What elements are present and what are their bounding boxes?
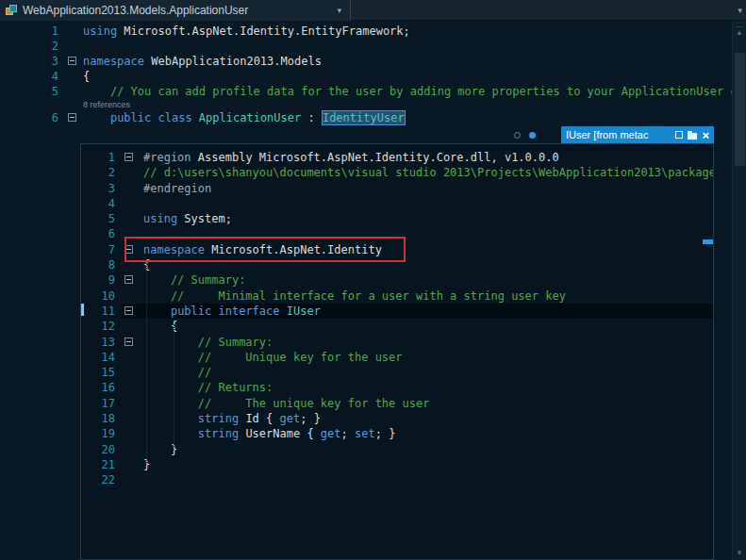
line-number: 5 <box>0 84 64 99</box>
code-text: // Unique key for the user <box>143 350 403 365</box>
code-line[interactable]: 15 // <box>81 365 713 380</box>
code-line[interactable]: 19 string UserName { get; set; } <box>81 426 713 441</box>
code-text: // The unique key for the user <box>143 396 429 411</box>
code-text: // Returns: <box>143 380 273 395</box>
peek-tab[interactable]: IUser [from metac × <box>561 126 714 143</box>
line-number: 22 <box>81 472 121 487</box>
fold-toggle-icon[interactable] <box>124 153 133 161</box>
annotation-red-box <box>124 237 406 262</box>
code-line[interactable]: 6 public class ApplicationUser : Identit… <box>0 110 732 125</box>
line-number: 1 <box>81 150 121 165</box>
close-icon[interactable]: × <box>702 129 709 141</box>
code-line[interactable]: 2// d:\users\shanyou\documents\visual st… <box>81 165 713 180</box>
codelens-references[interactable]: 8 references <box>83 99 130 110</box>
code-line[interactable]: 1#region Assembly Microsoft.AspNet.Ident… <box>81 150 713 165</box>
code-line[interactable]: 21} <box>81 457 713 472</box>
line-number: 10 <box>81 288 121 304</box>
line-number: 19 <box>81 426 121 441</box>
code-line[interactable]: 12 { <box>81 319 713 334</box>
code-text: string UserName { get; set; } <box>143 426 395 441</box>
code-text: // Summary: <box>143 272 245 288</box>
code-text: // You can add profile data for the user… <box>83 84 732 99</box>
code-line[interactable]: 10 // Minimal interface for a user with … <box>81 288 713 304</box>
code-line[interactable]: 17 // The unique key for the user <box>81 396 713 411</box>
peek-code-area[interactable]: 1#region Assembly Microsoft.AspNet.Ident… <box>81 150 713 488</box>
code-line[interactable]: 18 string Id { get; } <box>81 411 713 426</box>
code-line[interactable]: 1using Microsoft.AspNet.Identity.EntityF… <box>0 24 732 39</box>
fold-toggle-icon[interactable] <box>124 275 133 284</box>
code-text: // Summary: <box>143 335 273 350</box>
code-text: namespace WebApplication2013.Models <box>83 54 322 69</box>
peek-nav-dot-inactive[interactable] <box>514 132 521 139</box>
codelens-row[interactable]: 8 references <box>0 99 732 110</box>
code-line[interactable]: 13 // Summary: <box>81 335 713 350</box>
indent-guide <box>174 324 174 447</box>
code-text: using System; <box>143 211 232 226</box>
fold-toggle-icon[interactable] <box>68 113 76 122</box>
type-dropdown[interactable]: WebApplication2013.Models.ApplicationUse… <box>0 0 351 21</box>
promote-to-document-icon[interactable] <box>675 131 683 139</box>
member-dropdown[interactable]: ▾ <box>738 0 742 21</box>
line-number: 18 <box>81 411 121 426</box>
line-number: 4 <box>0 69 64 84</box>
line-number: 3 <box>0 54 64 69</box>
peek-nav-dot-active[interactable] <box>529 132 536 139</box>
line-number: 17 <box>81 396 121 411</box>
code-line[interactable]: 22 <box>81 472 713 487</box>
type-dropdown-label: WebApplication2013.Models.ApplicationUse… <box>23 4 334 17</box>
code-line[interactable]: 5using System; <box>81 211 713 226</box>
code-line[interactable]: 16 // Returns: <box>81 380 713 395</box>
code-text: // Minimal interface for a user with a s… <box>143 288 566 304</box>
code-text: using Microsoft.AspNet.Identity.EntityFr… <box>83 24 410 39</box>
line-number: 16 <box>81 380 121 395</box>
line-number: 14 <box>81 350 121 365</box>
line-number: 1 <box>0 24 64 39</box>
peek-definition-header: IUser [from metac × <box>80 126 714 143</box>
code-line[interactable]: 4 <box>81 196 713 211</box>
chevron-down-icon[interactable]: ▾ <box>334 6 344 15</box>
line-number: 3 <box>81 181 121 196</box>
line-number: 15 <box>81 365 121 380</box>
line-number: 13 <box>81 335 121 350</box>
code-line[interactable]: 14 // Unique key for the user <box>81 350 713 365</box>
vertical-scrollbar[interactable]: ▲ ▼ <box>732 21 746 560</box>
code-line[interactable]: 9 // Summary: <box>81 272 713 288</box>
main-code-area[interactable]: 1using Microsoft.AspNet.Identity.EntityF… <box>0 21 732 125</box>
chevron-down-icon[interactable]: ▾ <box>738 6 742 15</box>
line-number: 6 <box>0 110 64 125</box>
caret-line-marker <box>80 304 84 316</box>
line-number: 2 <box>0 39 64 54</box>
line-number: 20 <box>81 442 121 457</box>
fold-toggle-icon[interactable] <box>124 338 133 346</box>
line-number: 12 <box>81 319 121 334</box>
code-text: } <box>143 442 177 457</box>
line-number: 2 <box>81 165 121 180</box>
fold-toggle-icon[interactable] <box>124 306 133 315</box>
scroll-down-arrow-icon[interactable]: ▼ <box>733 548 746 559</box>
line-number: 6 <box>81 226 121 241</box>
code-line[interactable]: 20 } <box>81 442 713 457</box>
code-line[interactable]: 11 public interface IUser <box>81 304 713 319</box>
line-number: 21 <box>81 457 121 472</box>
scrollbar-splitter-grip[interactable] <box>736 21 743 27</box>
line-number: 5 <box>81 211 121 226</box>
class-icon <box>6 5 17 16</box>
scroll-up-arrow-icon[interactable]: ▲ <box>733 27 746 39</box>
scrollbar-thumb[interactable] <box>735 53 745 166</box>
code-text: #endregion <box>143 181 211 196</box>
code-line[interactable]: 5 // You can add profile data for the us… <box>0 84 732 99</box>
code-line[interactable]: 4{ <box>0 69 732 84</box>
fold-toggle-icon[interactable] <box>68 57 76 65</box>
code-line[interactable]: 2 <box>0 39 732 54</box>
code-text: string Id { get; } <box>143 411 321 426</box>
code-text: // d:\users\shanyou\documents\visual stu… <box>143 165 713 180</box>
folder-icon[interactable] <box>688 133 697 140</box>
line-number: 7 <box>81 242 121 257</box>
code-line[interactable]: 3#endregion <box>81 181 713 196</box>
code-text: public interface IUser <box>143 304 321 319</box>
navigation-bar: WebApplication2013.Models.ApplicationUse… <box>0 0 746 21</box>
line-number: 11 <box>81 304 121 319</box>
peek-definition-window[interactable]: 1#region Assembly Microsoft.AspNet.Ident… <box>80 143 714 560</box>
line-number: 9 <box>81 272 121 288</box>
code-line[interactable]: 3namespace WebApplication2013.Models <box>0 54 732 69</box>
